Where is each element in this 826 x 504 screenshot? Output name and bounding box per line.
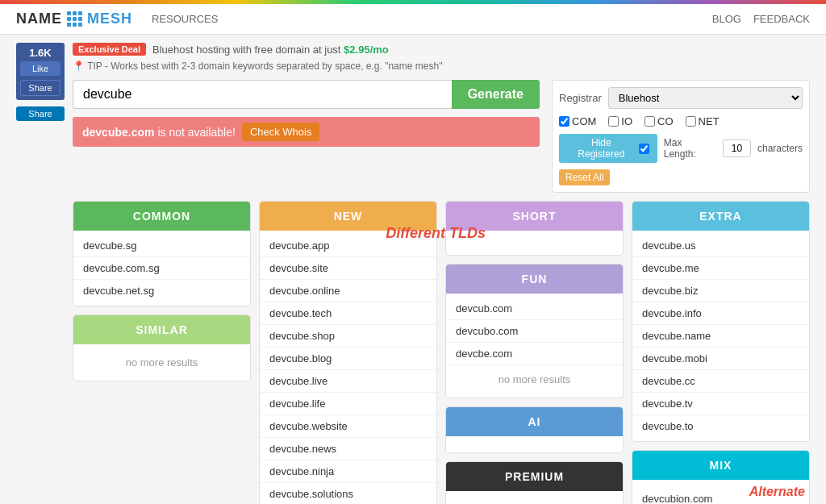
section-ai: AI (445, 406, 624, 453)
results-area: COMMON devcube.sg devcube.com.sg devcube… (73, 201, 810, 504)
tip-icon: 📍 (73, 60, 85, 72)
exclusive-badge: Exclusive Deal (73, 43, 146, 56)
list-item[interactable]: devcube.mobi (632, 348, 809, 370)
list-item[interactable]: devcube.to (632, 415, 809, 437)
mix-body: devcubion.com Alternate.com devcubly.com… (632, 480, 809, 504)
tld-net-label: NET (699, 115, 720, 127)
tld-io-label: IO (621, 115, 632, 127)
tld-row: COM IO CO N (559, 115, 803, 127)
promo-price[interactable]: $2.95/mo (344, 44, 389, 56)
list-item[interactable]: devcube.news (260, 438, 436, 460)
section-extra: EXTRA devcube.us devcube.me devcube.biz … (632, 201, 810, 442)
linkedin-share-button[interactable]: Share (16, 106, 65, 121)
feedback-link[interactable]: FEEDBACK (753, 13, 810, 25)
fun-body: devcub.com devcubo.com devcbe.com no mor… (446, 294, 623, 398)
annotation-different-tlds: Different TLDs (386, 225, 486, 243)
main-content: 1.6K Like Share Share Exclusive Deal Blu… (0, 35, 826, 504)
list-item[interactable]: devcube.ninja (260, 460, 436, 483)
list-item[interactable]: devcubo.com (446, 320, 623, 343)
tld-co-checkbox[interactable] (645, 116, 655, 127)
list-item[interactable]: devcube.info (632, 302, 809, 325)
promo-bar: Exclusive Deal Bluehost hosting with fre… (73, 43, 810, 56)
section-common: COMMON devcube.sg devcube.com.sg devcube… (73, 201, 251, 306)
ai-header: AI (446, 407, 623, 436)
extra-body: devcube.us devcube.me devcube.biz devcub… (632, 231, 809, 441)
logo-grid-icon (67, 11, 82, 27)
fb-like-box: 1.6K Like Share (16, 43, 65, 100)
tld-co[interactable]: CO (645, 115, 674, 127)
similar-no-results: no more results (73, 348, 250, 377)
list-item[interactable]: devcbe.com (446, 343, 623, 365)
list-item[interactable]: devcube.sg (73, 235, 250, 257)
list-item[interactable]: devcube.tech (260, 302, 436, 325)
generate-button[interactable]: Generate (452, 80, 540, 109)
options-panel: Registrar Bluehost COM (552, 80, 810, 193)
search-input[interactable] (73, 80, 452, 109)
tld-com[interactable]: COM (559, 115, 596, 127)
list-item[interactable]: devcube.us (632, 235, 809, 257)
characters-label: characters (757, 143, 803, 154)
similar-body: no more results (73, 344, 250, 381)
max-length-input[interactable] (723, 140, 751, 157)
list-item[interactable]: devcube.blog (260, 348, 436, 370)
similar-header: SIMILAR (73, 315, 250, 344)
mix-header: MIX (632, 451, 809, 480)
tld-co-label: CO (657, 115, 674, 127)
extra-header: EXTRA (632, 202, 809, 231)
search-area: Generate devcube.com is not available! C… (73, 80, 540, 156)
list-item[interactable]: devcub.com (446, 298, 623, 320)
reset-row: Reset All (559, 169, 803, 185)
list-item[interactable]: devcube.net.sg (73, 280, 250, 302)
options-wrapper: Registrar Bluehost COM (552, 80, 810, 193)
annotation-alternate-com: Alternate.com (749, 484, 805, 504)
registrar-row: Registrar Bluehost (559, 87, 803, 109)
list-item[interactable]: devcube.solutions (260, 483, 436, 504)
tld-com-checkbox[interactable] (559, 116, 569, 127)
blog-link[interactable]: BLOG (712, 13, 741, 25)
ai-body (446, 436, 623, 452)
col-short-fun: SHORT FUN devcub.com devcubo.com devcbe.… (445, 201, 624, 504)
linkedin-share-box: Share (16, 106, 65, 121)
tld-com-label: COM (572, 115, 596, 127)
social-sidebar: 1.6K Like Share Share (16, 43, 65, 504)
filter-row: Hide Registered Max Length: characters (559, 134, 803, 163)
hide-registered-button[interactable]: Hide Registered (559, 134, 657, 163)
list-item[interactable]: devcube.me (632, 257, 809, 280)
tld-net-checkbox[interactable] (686, 116, 696, 127)
registrar-label: Registrar (559, 92, 602, 104)
registrar-select[interactable]: Bluehost (608, 87, 803, 109)
section-mix: MIX devcubion.com Alternate.com devcubly… (632, 450, 810, 504)
col-extra-mix: EXTRA devcube.us devcube.me devcube.biz … (632, 201, 810, 504)
list-item[interactable]: devcube.website (260, 415, 436, 438)
tld-io-checkbox[interactable] (608, 116, 619, 127)
availability-bar: devcube.com is not available! Check Whoi… (73, 117, 540, 147)
section-premium: PREMIUM (445, 461, 624, 504)
list-item[interactable]: devcube.name (632, 325, 809, 348)
fun-no-results: no more results (446, 365, 623, 394)
list-item[interactable]: devcube.life (260, 393, 436, 415)
reset-all-button[interactable]: Reset All (559, 169, 610, 185)
promo-text: Bluehost hosting with free domain at jus… (152, 44, 389, 56)
fb-like-button[interactable]: Like (20, 61, 60, 76)
logo[interactable]: NAME MESH (16, 10, 132, 27)
list-item[interactable]: devcube.site (260, 257, 436, 280)
list-item[interactable]: devcube.live (260, 370, 436, 393)
list-item[interactable]: devcube.shop (260, 325, 436, 348)
availability-text: devcube.com is not available! (82, 126, 236, 139)
check-whois-button[interactable]: Check Whois (242, 123, 320, 141)
fb-count: 1.6K (20, 47, 60, 59)
tld-net[interactable]: NET (686, 115, 720, 127)
fb-share-button[interactable]: Share (20, 80, 60, 96)
list-item[interactable]: devcube.cc (632, 370, 809, 393)
list-item[interactable]: devcube.com.sg (73, 257, 250, 280)
nav-resources[interactable]: RESOURCES (152, 13, 218, 25)
search-row: Generate (73, 80, 540, 109)
premium-body (446, 491, 623, 504)
list-item[interactable]: devcube.online (260, 280, 436, 302)
list-item[interactable]: devcube.tv (632, 393, 809, 415)
common-header: COMMON (73, 202, 250, 231)
list-item[interactable]: devcube.biz (632, 280, 809, 302)
list-item[interactable]: devcubion.com (632, 488, 749, 504)
section-new: NEW devcube.app devcube.site devcube.onl… (259, 201, 437, 504)
tld-io[interactable]: IO (608, 115, 632, 127)
